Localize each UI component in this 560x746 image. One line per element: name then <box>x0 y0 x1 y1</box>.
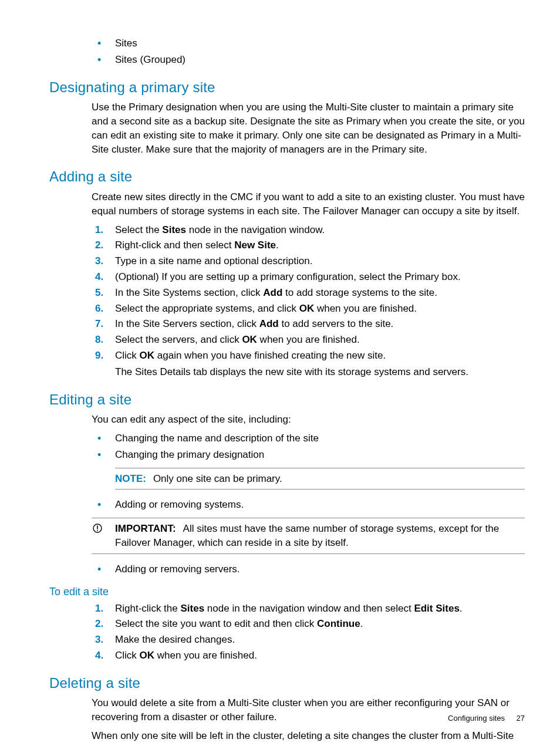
step: Select the appropriate systems, and clic… <box>92 302 525 316</box>
ordered-steps: Right-click the Sites node in the naviga… <box>92 602 525 663</box>
text: Adding or removing servers. <box>115 563 240 575</box>
text: Changing the name and description of the… <box>115 433 319 444</box>
bold-text: OK <box>140 650 155 661</box>
bold-text: Add <box>259 318 279 329</box>
text: node in the navigation window. <box>186 224 325 235</box>
section-body: Right-click the Sites node in the naviga… <box>92 602 525 663</box>
page-footer: Configuring sites 27 <box>448 713 525 724</box>
paragraph: Use the Primary designation when you are… <box>92 100 525 156</box>
list-item: Sites <box>92 36 525 50</box>
text: In the Site Servers section, click <box>115 318 259 329</box>
note-label: NOTE: <box>115 473 146 484</box>
svg-rect-2 <box>97 530 98 531</box>
step: Right-click and then select New Site. <box>92 238 525 252</box>
step: Right-click the Sites node in the naviga… <box>92 602 525 616</box>
text: In the Site Systems section, click <box>115 287 263 298</box>
heading-editing-site: Editing a site <box>49 390 525 410</box>
bold-text: Sites <box>180 603 204 614</box>
step: Select the servers, and click OK when yo… <box>92 333 525 347</box>
step: In the Site Systems section, click Add t… <box>92 286 525 300</box>
step: Make the desired changes. <box>92 633 525 647</box>
bold-text: New Site <box>234 239 276 251</box>
list-text: Sites (Grouped) <box>115 54 185 65</box>
bullet-list: Adding or removing systems. <box>92 498 525 512</box>
text: to add storage systems to the site. <box>282 287 437 298</box>
heading-designating-primary-site: Designating a primary site <box>49 77 525 97</box>
important-label: IMPORTANT: <box>115 523 176 534</box>
bold-text: OK <box>299 303 315 314</box>
heading-adding-site: Adding a site <box>49 167 525 187</box>
step: In the Site Servers section, click Add t… <box>92 317 525 331</box>
page-content: Sites Sites (Grouped) Designating a prim… <box>0 0 560 746</box>
heading-to-edit-site: To edit a site <box>49 585 525 599</box>
text: Select the servers, and click <box>115 334 242 345</box>
text: Adding or removing systems. <box>115 499 244 510</box>
text: when you are finished. <box>314 303 417 314</box>
text: . <box>360 618 363 629</box>
text: Select the <box>115 224 162 235</box>
bullet-list: Adding or removing servers. <box>92 562 525 576</box>
text: Click <box>115 650 140 661</box>
text: Make the desired changes. <box>115 634 235 645</box>
section-body: You can edit any aspect of the site, inc… <box>92 413 525 576</box>
heading-deleting-site: Deleting a site <box>49 673 525 693</box>
bold-text: Sites <box>162 224 186 235</box>
bullet-list: Changing the name and description of the… <box>92 431 525 462</box>
list-item: Changing the primary designation <box>92 448 525 462</box>
note-text: Only one site can be primary. <box>153 473 282 484</box>
footer-section: Configuring sites <box>448 714 505 723</box>
note-callout: NOTE:Only one site can be primary. <box>115 468 525 490</box>
section-body: Create new sites directly in the CMC if … <box>92 190 525 379</box>
text: . <box>460 603 463 614</box>
step: Select the Sites node in the navigation … <box>92 223 525 237</box>
step: Click OK when you are finished. <box>92 649 525 663</box>
step: Click OK again when you have finished cr… <box>92 349 525 379</box>
important-callout: IMPORTANT:All sites must have the same n… <box>92 518 525 554</box>
text: Select the site you want to edit and the… <box>115 618 317 629</box>
svg-rect-1 <box>97 526 98 529</box>
list-item: Adding or removing servers. <box>92 562 525 576</box>
bold-text: Add <box>263 287 282 298</box>
text: . <box>276 239 279 251</box>
bold-text: Continue <box>317 618 360 629</box>
list-item: Changing the name and description of the… <box>92 431 525 445</box>
step-note: The Sites Details tab displays the new s… <box>115 365 525 379</box>
paragraph: Create new sites directly in the CMC if … <box>92 190 525 218</box>
text: Changing the primary designation <box>115 449 264 460</box>
paragraph: You can edit any aspect of the site, inc… <box>92 413 525 427</box>
list-text: Sites <box>115 38 137 49</box>
text: again when you have finished creating th… <box>154 350 386 361</box>
text: Right-click and then select <box>115 239 234 251</box>
ordered-steps: Select the Sites node in the navigation … <box>92 223 525 379</box>
step: Select the site you want to edit and the… <box>92 617 525 631</box>
top-bullet-list: Sites Sites (Grouped) <box>92 36 525 67</box>
text: Click <box>115 350 140 361</box>
bold-text: OK <box>242 334 257 345</box>
paragraph: When only one site will be left in the c… <box>92 729 525 746</box>
bold-text: Edit Sites <box>414 603 459 614</box>
important-icon <box>93 523 102 532</box>
text: Select the appropriate systems, and clic… <box>115 303 299 314</box>
text: to add servers to the site. <box>279 318 394 329</box>
text: node in the navigation window and then s… <box>204 603 414 614</box>
page-number: 27 <box>517 714 525 723</box>
list-item: Adding or removing systems. <box>92 498 525 512</box>
text: Right-click the <box>115 603 180 614</box>
bold-text: OK <box>140 350 155 361</box>
text: when you are finished. <box>257 334 360 345</box>
text: (Optional) If you are setting up a prima… <box>115 271 461 282</box>
step: (Optional) If you are setting up a prima… <box>92 270 525 284</box>
step: Type in a site name and optional descrip… <box>92 254 525 268</box>
list-item: Sites (Grouped) <box>92 53 525 67</box>
section-body: Use the Primary designation when you are… <box>92 100 525 156</box>
text: when you are finished. <box>154 650 257 661</box>
text: Type in a site name and optional descrip… <box>115 255 312 266</box>
